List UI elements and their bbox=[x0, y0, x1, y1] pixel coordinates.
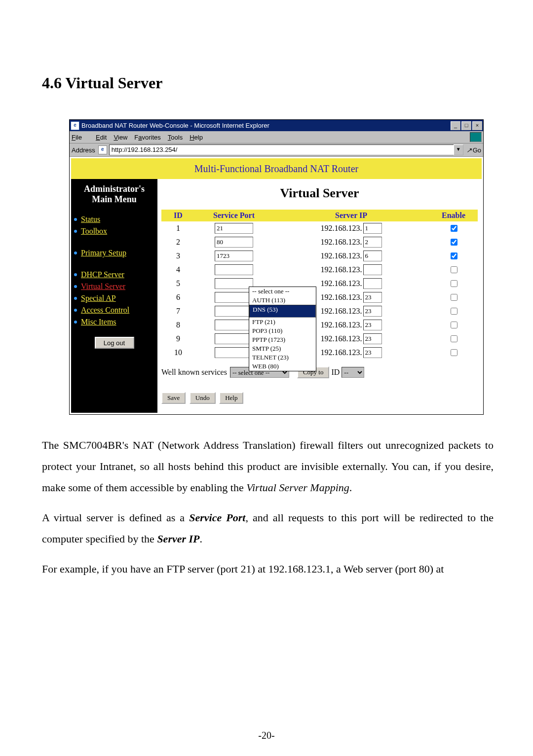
well-known-option[interactable]: AUTH (113) bbox=[249, 296, 316, 305]
service-port-input[interactable] bbox=[215, 347, 253, 358]
ip-prefix: 192.168.123. bbox=[321, 265, 362, 274]
well-known-option[interactable]: POP3 (110) bbox=[249, 326, 316, 335]
page-icon: e bbox=[98, 145, 107, 154]
sidebar-item-toolbox[interactable]: Toolbox bbox=[74, 225, 157, 237]
server-ip-last-octet[interactable] bbox=[363, 251, 382, 261]
server-ip-last-octet[interactable] bbox=[363, 278, 382, 289]
ip-prefix: 192.168.123. bbox=[321, 279, 362, 288]
enable-checkbox[interactable] bbox=[451, 252, 457, 259]
service-port-input[interactable] bbox=[215, 320, 253, 330]
table-row: 9192.168.123. bbox=[161, 332, 478, 346]
browser-window: e Broadband NAT Router Web-Console - Mic… bbox=[69, 119, 484, 415]
address-input[interactable]: http://192.168.123.254/ bbox=[109, 144, 454, 155]
well-known-label: Well known services bbox=[161, 368, 227, 377]
cell-id: 7 bbox=[161, 304, 195, 318]
server-ip-last-octet[interactable] bbox=[363, 292, 382, 303]
sidebar-item-dhcp[interactable]: DHCP Server bbox=[74, 269, 157, 281]
service-port-input[interactable] bbox=[215, 264, 253, 275]
service-port-input[interactable] bbox=[215, 292, 253, 303]
table-row: 2192.168.123. bbox=[161, 235, 478, 249]
cell-id: 5 bbox=[161, 277, 195, 290]
cell-id: 6 bbox=[161, 290, 195, 304]
enable-checkbox[interactable] bbox=[451, 225, 457, 232]
server-ip-last-octet[interactable] bbox=[363, 223, 382, 234]
table-row: 5192.168.123. bbox=[161, 277, 478, 290]
well-known-option[interactable]: WEB (80) bbox=[249, 362, 316, 371]
go-button[interactable]: Go bbox=[466, 146, 481, 154]
ip-prefix: 192.168.123. bbox=[321, 224, 362, 233]
well-known-option[interactable]: DNS (53) bbox=[249, 305, 316, 318]
router-banner: Multi-Functional Broadband NAT Router bbox=[71, 158, 482, 179]
service-port-input[interactable] bbox=[215, 278, 253, 289]
sidebar-item-access-control[interactable]: Access Control bbox=[74, 304, 157, 316]
cell-id: 8 bbox=[161, 318, 195, 332]
section-heading: 4.6 Virtual Server bbox=[42, 74, 494, 92]
enable-checkbox[interactable] bbox=[451, 308, 457, 315]
enable-checkbox[interactable] bbox=[451, 322, 457, 328]
body-para-3: For example, if you have an FTP server (… bbox=[42, 558, 494, 579]
cell-id: 9 bbox=[161, 332, 195, 346]
col-enable: Enable bbox=[429, 210, 478, 221]
well-known-option[interactable]: -- select one -- bbox=[249, 287, 316, 296]
menu-view[interactable]: View bbox=[114, 134, 127, 141]
server-ip-last-octet[interactable] bbox=[363, 333, 382, 344]
service-port-input[interactable] bbox=[215, 306, 253, 317]
maximize-button[interactable]: □ bbox=[461, 121, 471, 130]
help-button[interactable]: Help bbox=[219, 392, 243, 404]
server-ip-last-octet[interactable] bbox=[363, 347, 382, 358]
server-ip-last-octet[interactable] bbox=[363, 237, 382, 248]
address-dropdown-button[interactable]: ▼ bbox=[454, 144, 463, 155]
sidebar-item-status[interactable]: Status bbox=[74, 214, 157, 225]
menu-edit[interactable]: Edit bbox=[96, 134, 107, 141]
body-para-2: A virtual server is defined as a Service… bbox=[42, 507, 494, 549]
server-ip-last-octet[interactable] bbox=[363, 306, 382, 317]
page-title: Virtual Server bbox=[161, 186, 478, 201]
enable-checkbox[interactable] bbox=[451, 239, 457, 246]
sidebar-item-special-ap[interactable]: Special AP bbox=[74, 292, 157, 304]
enable-checkbox[interactable] bbox=[451, 280, 457, 287]
cell-id: 2 bbox=[161, 235, 195, 249]
table-row: 7192.168.123. bbox=[161, 304, 478, 318]
ip-prefix: 192.168.123. bbox=[321, 321, 362, 329]
sidebar: Administrator'sMain Menu Status Toolbox … bbox=[71, 179, 157, 413]
server-ip-last-octet[interactable] bbox=[363, 320, 382, 330]
well-known-option[interactable]: FTP (21) bbox=[249, 318, 316, 326]
enable-checkbox[interactable] bbox=[451, 294, 457, 301]
enable-checkbox[interactable] bbox=[451, 335, 457, 342]
service-port-input[interactable] bbox=[215, 223, 253, 234]
sidebar-item-primary-setup[interactable]: Primary Setup bbox=[74, 247, 157, 259]
sidebar-item-virtual-server[interactable]: Virtual Server bbox=[74, 281, 157, 292]
save-button[interactable]: Save bbox=[161, 392, 186, 404]
minimize-button[interactable]: _ bbox=[451, 121, 460, 130]
copy-to-id-select[interactable]: -- bbox=[342, 367, 364, 378]
ip-prefix: 192.168.123. bbox=[321, 293, 362, 302]
undo-button[interactable]: Undo bbox=[190, 392, 216, 404]
service-port-input[interactable] bbox=[215, 237, 253, 248]
cell-id: 1 bbox=[161, 221, 195, 235]
enable-checkbox[interactable] bbox=[451, 266, 457, 273]
menu-bar: File Edit View Favorites Tools Help bbox=[70, 131, 483, 144]
well-known-services-list[interactable]: -- select one --AUTH (113)DNS (53)FTP (2… bbox=[249, 287, 316, 371]
enable-checkbox[interactable] bbox=[451, 349, 457, 356]
ip-prefix: 192.168.123. bbox=[321, 252, 362, 260]
menu-file[interactable]: File bbox=[72, 134, 89, 141]
ip-prefix: 192.168.123. bbox=[321, 238, 362, 247]
menu-tools[interactable]: Tools bbox=[168, 134, 183, 141]
table-row: 10192.168.123. bbox=[161, 346, 478, 360]
page-content: Multi-Functional Broadband NAT Router Ad… bbox=[70, 157, 483, 414]
service-port-input[interactable] bbox=[215, 333, 253, 344]
well-known-option[interactable]: TELNET (23) bbox=[249, 353, 316, 362]
logout-button[interactable]: Log out bbox=[95, 337, 134, 349]
ip-prefix: 192.168.123. bbox=[321, 348, 362, 357]
service-port-input[interactable] bbox=[215, 251, 253, 261]
close-button[interactable]: × bbox=[472, 121, 482, 130]
table-row: 3192.168.123. bbox=[161, 249, 478, 263]
menu-help[interactable]: Help bbox=[190, 134, 203, 141]
sidebar-header: Administrator'sMain Menu bbox=[71, 179, 157, 214]
well-known-option[interactable]: SMTP (25) bbox=[249, 344, 316, 353]
sidebar-item-misc[interactable]: Misc Items bbox=[74, 316, 157, 328]
well-known-option[interactable]: PPTP (1723) bbox=[249, 335, 316, 344]
window-title: Broadband NAT Router Web-Console - Micro… bbox=[81, 122, 450, 129]
server-ip-last-octet[interactable] bbox=[363, 264, 382, 275]
menu-favorites[interactable]: Favorites bbox=[134, 134, 160, 141]
